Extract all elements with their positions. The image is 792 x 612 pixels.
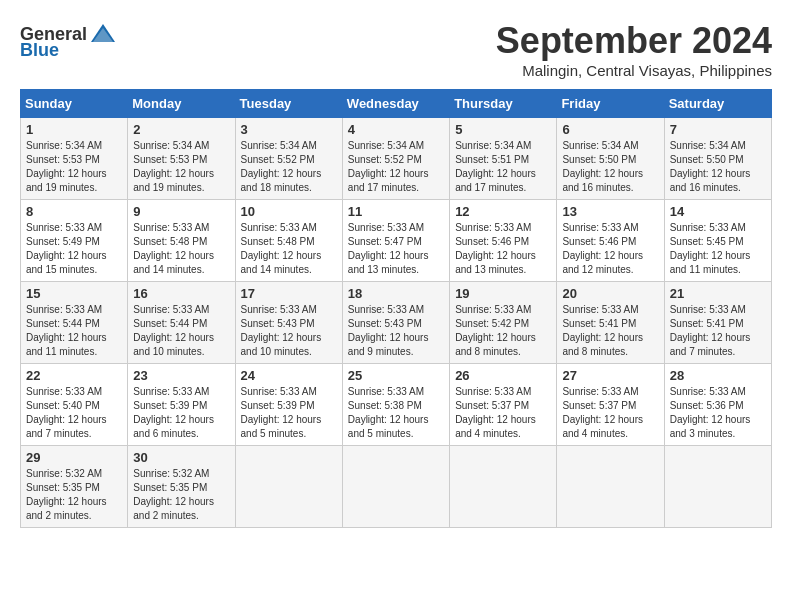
calendar-header-wednesday: Wednesday <box>342 90 449 118</box>
calendar-cell: 19 Sunrise: 5:33 AM Sunset: 5:42 PM Dayl… <box>450 282 557 364</box>
day-info: Sunrise: 5:33 AM Sunset: 5:46 PM Dayligh… <box>562 221 658 277</box>
calendar-cell: 26 Sunrise: 5:33 AM Sunset: 5:37 PM Dayl… <box>450 364 557 446</box>
calendar-cell: 18 Sunrise: 5:33 AM Sunset: 5:43 PM Dayl… <box>342 282 449 364</box>
day-number: 3 <box>241 122 337 137</box>
day-number: 18 <box>348 286 444 301</box>
calendar-cell: 13 Sunrise: 5:33 AM Sunset: 5:46 PM Dayl… <box>557 200 664 282</box>
day-number: 7 <box>670 122 766 137</box>
calendar-cell: 5 Sunrise: 5:34 AM Sunset: 5:51 PM Dayli… <box>450 118 557 200</box>
calendar-week-2: 8 Sunrise: 5:33 AM Sunset: 5:49 PM Dayli… <box>21 200 772 282</box>
calendar-cell: 28 Sunrise: 5:33 AM Sunset: 5:36 PM Dayl… <box>664 364 771 446</box>
day-number: 24 <box>241 368 337 383</box>
day-info: Sunrise: 5:33 AM Sunset: 5:37 PM Dayligh… <box>455 385 551 441</box>
calendar-header-monday: Monday <box>128 90 235 118</box>
calendar-week-1: 1 Sunrise: 5:34 AM Sunset: 5:53 PM Dayli… <box>21 118 772 200</box>
day-info: Sunrise: 5:34 AM Sunset: 5:50 PM Dayligh… <box>562 139 658 195</box>
day-number: 25 <box>348 368 444 383</box>
calendar-cell <box>235 446 342 528</box>
calendar-cell <box>450 446 557 528</box>
day-number: 30 <box>133 450 229 465</box>
day-info: Sunrise: 5:33 AM Sunset: 5:43 PM Dayligh… <box>241 303 337 359</box>
day-info: Sunrise: 5:33 AM Sunset: 5:44 PM Dayligh… <box>26 303 122 359</box>
day-number: 10 <box>241 204 337 219</box>
day-info: Sunrise: 5:32 AM Sunset: 5:35 PM Dayligh… <box>133 467 229 523</box>
day-info: Sunrise: 5:33 AM Sunset: 5:48 PM Dayligh… <box>241 221 337 277</box>
calendar-week-4: 22 Sunrise: 5:33 AM Sunset: 5:40 PM Dayl… <box>21 364 772 446</box>
day-info: Sunrise: 5:32 AM Sunset: 5:35 PM Dayligh… <box>26 467 122 523</box>
day-info: Sunrise: 5:34 AM Sunset: 5:52 PM Dayligh… <box>241 139 337 195</box>
calendar-cell: 24 Sunrise: 5:33 AM Sunset: 5:39 PM Dayl… <box>235 364 342 446</box>
calendar-cell: 6 Sunrise: 5:34 AM Sunset: 5:50 PM Dayli… <box>557 118 664 200</box>
calendar-cell: 10 Sunrise: 5:33 AM Sunset: 5:48 PM Dayl… <box>235 200 342 282</box>
calendar-cell: 8 Sunrise: 5:33 AM Sunset: 5:49 PM Dayli… <box>21 200 128 282</box>
day-info: Sunrise: 5:33 AM Sunset: 5:39 PM Dayligh… <box>133 385 229 441</box>
day-info: Sunrise: 5:33 AM Sunset: 5:42 PM Dayligh… <box>455 303 551 359</box>
calendar-body: 1 Sunrise: 5:34 AM Sunset: 5:53 PM Dayli… <box>21 118 772 528</box>
day-number: 26 <box>455 368 551 383</box>
day-info: Sunrise: 5:33 AM Sunset: 5:38 PM Dayligh… <box>348 385 444 441</box>
calendar-cell: 9 Sunrise: 5:33 AM Sunset: 5:48 PM Dayli… <box>128 200 235 282</box>
calendar-header-friday: Friday <box>557 90 664 118</box>
day-info: Sunrise: 5:33 AM Sunset: 5:49 PM Dayligh… <box>26 221 122 277</box>
title-area: September 2024 Malingin, Central Visayas… <box>496 20 772 79</box>
day-info: Sunrise: 5:34 AM Sunset: 5:53 PM Dayligh… <box>133 139 229 195</box>
calendar-cell: 25 Sunrise: 5:33 AM Sunset: 5:38 PM Dayl… <box>342 364 449 446</box>
calendar-cell <box>557 446 664 528</box>
day-number: 16 <box>133 286 229 301</box>
calendar-cell: 12 Sunrise: 5:33 AM Sunset: 5:46 PM Dayl… <box>450 200 557 282</box>
day-info: Sunrise: 5:34 AM Sunset: 5:50 PM Dayligh… <box>670 139 766 195</box>
day-info: Sunrise: 5:33 AM Sunset: 5:47 PM Dayligh… <box>348 221 444 277</box>
calendar-cell: 22 Sunrise: 5:33 AM Sunset: 5:40 PM Dayl… <box>21 364 128 446</box>
calendar-cell: 4 Sunrise: 5:34 AM Sunset: 5:52 PM Dayli… <box>342 118 449 200</box>
calendar-cell: 11 Sunrise: 5:33 AM Sunset: 5:47 PM Dayl… <box>342 200 449 282</box>
day-info: Sunrise: 5:33 AM Sunset: 5:46 PM Dayligh… <box>455 221 551 277</box>
calendar-week-3: 15 Sunrise: 5:33 AM Sunset: 5:44 PM Dayl… <box>21 282 772 364</box>
calendar-header-saturday: Saturday <box>664 90 771 118</box>
calendar-cell: 27 Sunrise: 5:33 AM Sunset: 5:37 PM Dayl… <box>557 364 664 446</box>
day-info: Sunrise: 5:33 AM Sunset: 5:40 PM Dayligh… <box>26 385 122 441</box>
calendar-header-thursday: Thursday <box>450 90 557 118</box>
day-number: 22 <box>26 368 122 383</box>
day-info: Sunrise: 5:34 AM Sunset: 5:51 PM Dayligh… <box>455 139 551 195</box>
day-number: 8 <box>26 204 122 219</box>
logo: General Blue <box>20 20 117 61</box>
day-info: Sunrise: 5:33 AM Sunset: 5:48 PM Dayligh… <box>133 221 229 277</box>
day-number: 28 <box>670 368 766 383</box>
logo-blue: Blue <box>20 40 59 61</box>
calendar-cell: 1 Sunrise: 5:34 AM Sunset: 5:53 PM Dayli… <box>21 118 128 200</box>
location-title: Malingin, Central Visayas, Philippines <box>496 62 772 79</box>
day-number: 17 <box>241 286 337 301</box>
day-number: 12 <box>455 204 551 219</box>
day-number: 27 <box>562 368 658 383</box>
month-title: September 2024 <box>496 20 772 62</box>
page-header: General Blue September 2024 Malingin, Ce… <box>20 20 772 79</box>
calendar-cell <box>664 446 771 528</box>
day-number: 23 <box>133 368 229 383</box>
calendar-cell: 15 Sunrise: 5:33 AM Sunset: 5:44 PM Dayl… <box>21 282 128 364</box>
day-info: Sunrise: 5:34 AM Sunset: 5:52 PM Dayligh… <box>348 139 444 195</box>
day-number: 9 <box>133 204 229 219</box>
calendar-cell: 20 Sunrise: 5:33 AM Sunset: 5:41 PM Dayl… <box>557 282 664 364</box>
day-info: Sunrise: 5:33 AM Sunset: 5:44 PM Dayligh… <box>133 303 229 359</box>
day-number: 14 <box>670 204 766 219</box>
day-number: 13 <box>562 204 658 219</box>
calendar-cell: 29 Sunrise: 5:32 AM Sunset: 5:35 PM Dayl… <box>21 446 128 528</box>
day-number: 15 <box>26 286 122 301</box>
day-info: Sunrise: 5:33 AM Sunset: 5:45 PM Dayligh… <box>670 221 766 277</box>
day-number: 11 <box>348 204 444 219</box>
calendar-cell: 30 Sunrise: 5:32 AM Sunset: 5:35 PM Dayl… <box>128 446 235 528</box>
day-info: Sunrise: 5:34 AM Sunset: 5:53 PM Dayligh… <box>26 139 122 195</box>
day-info: Sunrise: 5:33 AM Sunset: 5:41 PM Dayligh… <box>562 303 658 359</box>
day-number: 4 <box>348 122 444 137</box>
day-number: 1 <box>26 122 122 137</box>
calendar-cell: 2 Sunrise: 5:34 AM Sunset: 5:53 PM Dayli… <box>128 118 235 200</box>
calendar-cell: 3 Sunrise: 5:34 AM Sunset: 5:52 PM Dayli… <box>235 118 342 200</box>
calendar-cell: 23 Sunrise: 5:33 AM Sunset: 5:39 PM Dayl… <box>128 364 235 446</box>
day-number: 19 <box>455 286 551 301</box>
calendar-cell: 17 Sunrise: 5:33 AM Sunset: 5:43 PM Dayl… <box>235 282 342 364</box>
day-number: 5 <box>455 122 551 137</box>
day-number: 6 <box>562 122 658 137</box>
calendar-header-sunday: Sunday <box>21 90 128 118</box>
day-info: Sunrise: 5:33 AM Sunset: 5:39 PM Dayligh… <box>241 385 337 441</box>
day-number: 20 <box>562 286 658 301</box>
